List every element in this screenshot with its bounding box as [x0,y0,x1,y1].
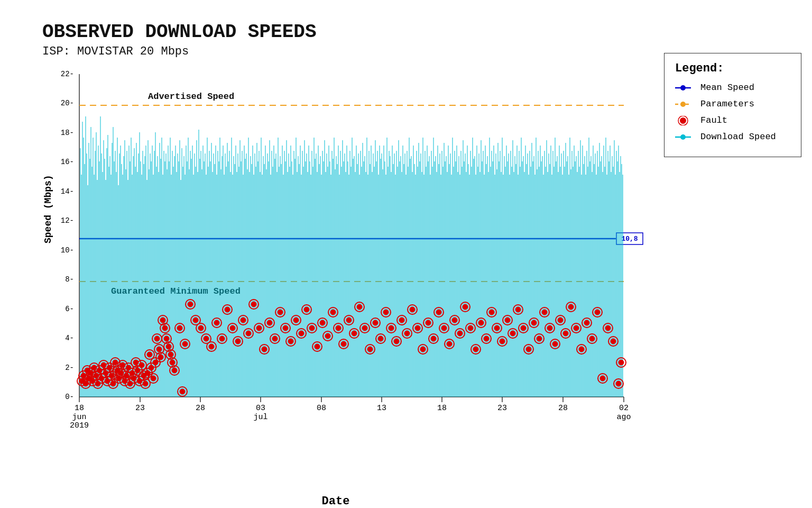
svg-point-743 [611,339,616,344]
svg-point-686 [309,325,315,331]
svg-point-662 [182,341,188,347]
svg-point-717 [473,347,478,352]
svg-point-679 [272,336,278,341]
svg-point-688 [320,320,325,325]
svg-point-730 [542,310,547,315]
svg-point-608 [170,360,175,365]
svg-point-704 [404,331,410,336]
svg-point-699 [378,336,383,341]
svg-point-600 [154,336,160,341]
svg-point-707 [420,347,426,352]
svg-point-708 [426,320,431,325]
svg-point-728 [531,320,537,325]
svg-point-721 [494,325,500,331]
svg-point-725 [515,307,521,312]
svg-point-738 [584,320,589,325]
legend-fault: Fault [675,115,790,125]
legend-title: Legend: [675,62,790,75]
legend-parameters-label: Parameters [700,99,754,109]
chart-area: 0- 2- 4- 6- 8- 10- 12- 14- 16- 18- 20- 2… [42,69,650,439]
svg-point-690 [330,310,336,315]
svg-point-691 [336,325,341,331]
svg-point-712 [447,341,452,347]
svg-point-606 [166,344,171,349]
svg-point-689 [325,333,330,339]
chart-title: OBSERVED DOWNLOAD SPEEDS [42,21,801,43]
svg-point-672 [235,339,241,344]
legend-fault-label: Fault [700,115,727,125]
svg-point-732 [552,341,558,347]
svg-point-742 [605,325,611,331]
svg-text:20-: 20- [61,99,74,107]
svg-point-687 [315,344,320,349]
svg-text:4-: 4- [65,334,74,342]
svg-point-668 [214,320,219,325]
svg-point-698 [373,320,378,325]
svg-point-674 [246,331,251,336]
svg-point-683 [293,318,299,323]
svg-text:12-: 12- [61,216,74,225]
svg-point-734 [563,331,568,336]
svg-point-696 [362,325,367,331]
svg-text:23: 23 [135,404,145,413]
svg-point-715 [463,304,468,310]
svg-point-703 [399,318,404,323]
svg-point-609 [172,368,177,373]
legend-mean-speed-label: Mean Speed [700,83,754,93]
svg-point-603 [160,318,165,323]
svg-point-710 [436,310,441,315]
svg-point-601 [156,347,162,352]
svg-point-607 [168,352,173,357]
legend-box: Legend: Mean Speed Parameters Fault [664,53,801,157]
svg-text:Advertised Speed: Advertised Speed [148,92,234,102]
svg-point-660 [177,325,182,331]
svg-point-695 [357,304,362,310]
svg-point-694 [352,331,357,336]
svg-text:0-: 0- [65,393,74,401]
svg-text:28: 28 [196,404,205,413]
svg-point-663 [188,302,193,307]
svg-point-720 [489,310,494,315]
svg-text:28: 28 [558,404,568,413]
svg-point-833 [680,85,686,90]
svg-text:ago: ago [616,413,631,422]
svg-text:23: 23 [497,404,507,413]
svg-point-665 [198,325,204,331]
svg-point-735 [568,304,574,310]
svg-point-670 [225,307,230,312]
svg-point-737 [579,347,584,352]
svg-point-605 [164,336,169,341]
svg-point-839 [680,134,686,140]
svg-text:14-: 14- [61,187,74,196]
svg-point-706 [415,325,420,331]
svg-point-678 [267,320,272,325]
svg-point-714 [457,331,463,336]
svg-text:jun: jun [72,413,86,422]
svg-point-729 [537,336,542,341]
svg-point-713 [452,318,457,323]
svg-point-705 [410,307,415,312]
svg-point-677 [262,347,267,352]
svg-point-681 [283,325,288,331]
svg-point-684 [299,331,304,336]
svg-point-664 [193,318,198,323]
svg-point-673 [241,318,246,323]
svg-point-736 [574,325,579,331]
main-chart-svg: 0- 2- 4- 6- 8- 10- 12- 14- 16- 18- 20- 2… [42,69,650,439]
svg-point-682 [288,339,293,344]
svg-text:18: 18 [437,404,447,413]
svg-text:18: 18 [75,404,84,413]
svg-text:2-: 2- [65,364,74,372]
x-axis-label: Date [32,495,640,508]
svg-point-661 [180,389,185,394]
svg-point-596 [147,352,152,357]
svg-text:03: 03 [256,404,265,413]
svg-text:22-: 22- [61,70,74,78]
svg-point-745 [619,360,624,365]
svg-point-604 [162,325,168,331]
legend-download-speed: Download Speed [675,132,790,142]
svg-point-724 [510,331,515,336]
svg-text:08: 08 [317,404,326,413]
svg-text:10,8: 10,8 [621,235,638,243]
svg-point-685 [304,307,309,312]
